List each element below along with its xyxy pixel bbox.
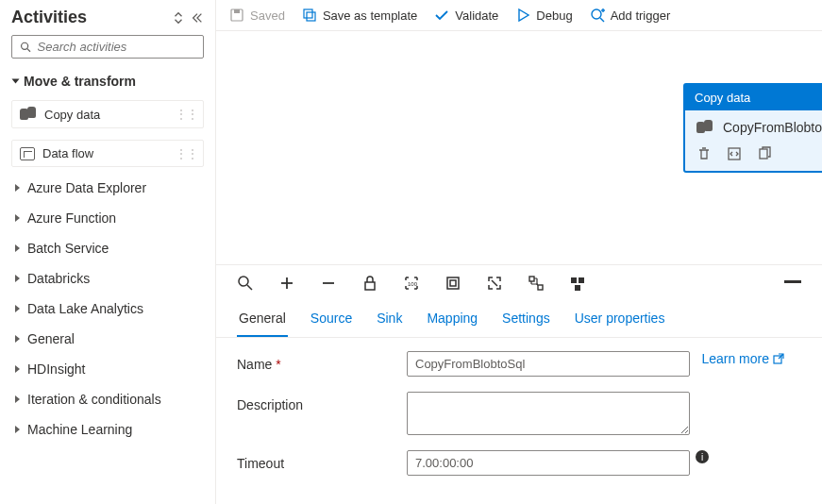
sidebar-header-icons <box>172 11 204 25</box>
svg-rect-24 <box>529 277 534 281</box>
validate-button[interactable]: Validate <box>434 8 498 23</box>
tab-mapping[interactable]: Mapping <box>425 301 479 337</box>
activity-data-flow[interactable]: Data flow ⋮⋮ <box>11 140 204 167</box>
caret-right-icon <box>15 184 20 192</box>
caret-right-icon <box>15 395 20 403</box>
external-link-icon <box>773 353 784 364</box>
layout-icon[interactable] <box>569 275 586 292</box>
description-input[interactable] <box>407 392 690 435</box>
svg-rect-4 <box>304 9 312 18</box>
activity-label: Copy data <box>44 108 100 122</box>
top-toolbar: Saved Save as template Validate Debug Ad… <box>216 0 822 31</box>
zoom-out-icon[interactable] <box>320 275 337 292</box>
svg-rect-26 <box>571 277 577 283</box>
svg-rect-28 <box>575 285 580 291</box>
caret-right-icon <box>15 275 20 282</box>
svg-point-6 <box>592 9 601 19</box>
caret-right-icon <box>15 365 20 373</box>
svg-rect-22 <box>447 277 459 289</box>
category-databricks[interactable]: Databricks <box>11 263 204 294</box>
copy-data-icon <box>696 120 713 135</box>
fullscreen-icon[interactable] <box>486 275 503 292</box>
checkmark-icon <box>434 8 449 23</box>
add-trigger-button[interactable]: Add trigger <box>590 8 671 23</box>
drag-grip-icon: ⋮⋮ <box>175 107 197 122</box>
main-panel: Saved Save as template Validate Debug Ad… <box>216 0 822 504</box>
tab-general[interactable]: General <box>237 301 288 337</box>
name-input[interactable] <box>407 351 690 377</box>
caret-right-icon <box>15 426 20 433</box>
caret-right-icon <box>15 244 20 252</box>
activity-label: Data flow <box>42 146 93 160</box>
tab-user-properties[interactable]: User properties <box>573 301 667 337</box>
saved-status: Saved <box>229 8 285 23</box>
data-flow-icon <box>20 147 35 160</box>
search-input[interactable] <box>38 40 195 54</box>
tab-settings[interactable]: Settings <box>500 301 552 337</box>
debug-button[interactable]: Debug <box>515 8 572 23</box>
caret-right-icon <box>15 214 20 222</box>
name-label: Name* <box>237 351 407 372</box>
sidebar-title: Activities <box>11 8 87 27</box>
timeout-input[interactable] <box>407 450 690 476</box>
row-timeout: Timeout i <box>237 450 801 476</box>
svg-text:100: 100 <box>408 281 418 287</box>
svg-rect-3 <box>234 9 240 13</box>
node-header: Copy data <box>685 85 822 110</box>
properties-tabs: General Source Sink Mapping Settings Use… <box>216 301 822 338</box>
copy-data-icon <box>20 107 37 122</box>
play-icon <box>515 8 530 23</box>
category-iteration-conditionals[interactable]: Iteration & conditionals <box>11 384 204 414</box>
svg-line-1 <box>27 48 30 51</box>
caret-down-icon <box>12 79 20 84</box>
drag-grip-icon: ⋮⋮ <box>175 146 197 161</box>
category-azure-data-explorer[interactable]: Azure Data Explorer <box>11 173 204 203</box>
learn-more-link[interactable]: Learn more <box>701 351 784 366</box>
save-as-template-button[interactable]: Save as template <box>302 8 417 23</box>
zoom-reset-icon[interactable]: 100 <box>403 275 420 292</box>
caret-right-icon <box>15 335 20 343</box>
svg-rect-23 <box>450 280 456 286</box>
category-machine-learning[interactable]: Machine Learning <box>11 414 204 445</box>
description-label: Description <box>237 392 407 412</box>
info-icon[interactable]: i <box>696 450 709 463</box>
node-body: CopyFromBlobtoSql <box>685 110 822 141</box>
svg-rect-20 <box>365 282 375 290</box>
svg-rect-11 <box>760 149 767 159</box>
node-footer <box>685 141 822 171</box>
tab-sink[interactable]: Sink <box>375 301 404 337</box>
tab-source[interactable]: Source <box>309 301 354 337</box>
save-icon <box>229 8 244 23</box>
fit-screen-icon[interactable] <box>445 275 461 292</box>
svg-point-15 <box>239 277 248 286</box>
auto-align-icon[interactable] <box>528 275 545 292</box>
canvas-mini-toolbar: 100 <box>216 264 822 301</box>
zoom-icon[interactable] <box>237 275 254 292</box>
svg-line-16 <box>247 285 252 290</box>
category-general[interactable]: General <box>11 324 204 354</box>
activity-copy-data[interactable]: Copy data ⋮⋮ <box>11 100 204 128</box>
copy-data-node[interactable]: Copy data CopyFromBlobtoSql <box>683 83 822 173</box>
lock-icon[interactable] <box>361 275 378 292</box>
category-azure-function[interactable]: Azure Function <box>11 203 204 233</box>
category-data-lake-analytics[interactable]: Data Lake Analytics <box>11 294 204 324</box>
category-batch-service[interactable]: Batch Service <box>11 233 204 263</box>
zoom-in-icon[interactable] <box>278 275 295 292</box>
general-form: Learn more Name* Description Timeout i <box>216 338 822 504</box>
svg-rect-25 <box>538 285 543 290</box>
code-icon[interactable] <box>727 146 742 161</box>
section-label: Move & transform <box>24 74 136 89</box>
pipeline-canvas[interactable]: Copy data CopyFromBlobtoSql <box>216 31 822 264</box>
collapse-panel-icon[interactable] <box>191 11 204 25</box>
panel-resize-handle[interactable] <box>784 280 801 283</box>
expand-up-down-icon[interactable] <box>172 11 185 25</box>
section-move-transform[interactable]: Move & transform <box>11 68 204 94</box>
delete-icon[interactable] <box>696 146 712 161</box>
search-icon <box>20 41 32 54</box>
search-activities[interactable] <box>11 35 204 59</box>
svg-rect-27 <box>579 277 584 283</box>
category-hdinsight[interactable]: HDInsight <box>11 354 204 384</box>
svg-point-0 <box>22 42 28 49</box>
clone-icon[interactable] <box>757 146 772 161</box>
svg-line-7 <box>600 18 604 22</box>
